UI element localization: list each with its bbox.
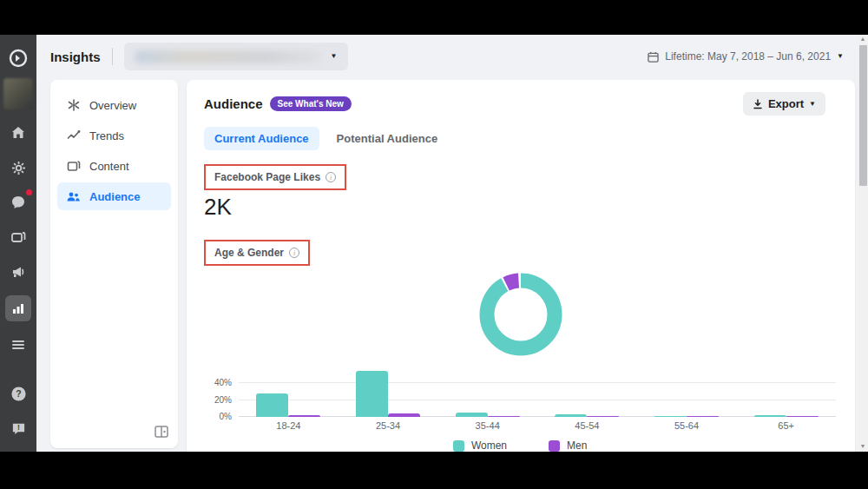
sidebar-item-overview[interactable]: Overview [57,91,171,119]
content-icon [66,159,81,174]
menu-icon[interactable] [7,334,30,356]
trends-icon [66,129,81,143]
annotation-box-age-gender: Age & Gender i [204,240,310,266]
download-icon [753,99,763,109]
x-axis-label: 35-44 [437,420,537,431]
page-likes-label: Facebook Page Likes [214,171,320,183]
page-selector-dropdown[interactable]: ▼ [124,43,348,70]
bar-group-35-44 [437,413,537,417]
redacted-page-name [135,50,322,63]
notification-dot [26,189,32,195]
bar-men-65+[interactable] [786,416,819,418]
info-icon[interactable]: i [289,248,299,258]
messages-icon[interactable] [7,191,30,214]
page-title: Audience [204,96,263,111]
page-avatar[interactable] [3,78,33,109]
legend-swatch [549,440,560,452]
bar-group-55-64 [637,416,737,418]
help-icon[interactable]: ? [7,382,30,405]
bar-women-45-54[interactable] [555,414,587,417]
business-suite-window: ? ! Insights ▼ Lifetime: May 7, 2018 – J… [0,35,868,452]
bar-group-25-34 [339,371,438,417]
x-axis-label: 65+ [736,420,836,431]
age-gender-bar-chart: 40%20%0% 18-2425-3435-4445-5455-6465+ [204,367,838,431]
x-axis-label: 45-54 [537,420,637,431]
business-suite-logo-icon[interactable] [7,47,30,69]
legend-swatch [453,440,464,452]
audience-icon [66,189,81,204]
scrollbar-thumb[interactable] [859,45,867,186]
left-rail: ? ! [0,35,36,452]
gender-donut-chart [479,273,562,356]
legend-label: Men [567,439,589,452]
megaphone-icon[interactable] [7,261,30,283]
date-range-label: Lifetime: May 7, 2018 – Jun 6, 2021 [665,50,831,63]
overview-icon [66,98,81,113]
chevron-down-icon: ▼ [331,53,338,60]
tab-current-audience[interactable]: Current Audience [204,127,319,150]
whats-new-badge[interactable]: See What's New [270,96,352,111]
bar-men-45-54[interactable] [587,416,619,418]
gear-icon[interactable] [7,156,30,179]
sidebar-item-audience[interactable]: Audience [57,182,171,210]
feedback-icon[interactable]: ! [7,417,30,439]
y-axis-tick: 20% [214,394,232,404]
insights-icon[interactable] [5,295,31,321]
chart-legend: Women92.7%Men7.1% [204,439,838,452]
y-axis-tick: 0% [220,412,232,421]
chevron-down-icon: ▼ [809,101,816,108]
divider [112,48,113,65]
donut-slice-women[interactable] [487,281,555,348]
info-icon[interactable]: i [326,172,336,182]
audience-tabs: Current Audience Potential Audience [204,127,838,150]
video-frame: ? ! Insights ▼ Lifetime: May 7, 2018 – J… [0,0,868,489]
page-likes-value: 2K [204,194,838,221]
top-bar: Insights ▼ Lifetime: May 7, 2018 – Jun 6… [36,35,858,78]
x-axis-label: 25-34 [339,420,438,431]
bar-men-55-64[interactable] [687,416,719,418]
y-axis-tick: 40% [214,378,232,387]
bar-women-55-64[interactable] [654,416,687,418]
svg-text:?: ? [16,389,21,399]
date-range-selector[interactable]: Lifetime: May 7, 2018 – Jun 6, 2021 ▼ [648,50,844,63]
bar-women-25-34[interactable] [356,371,388,417]
chevron-down-icon: ▼ [837,53,844,60]
legend-entry-men[interactable]: Men7.1% [549,439,589,452]
age-gender-label: Age & Gender [214,247,284,259]
sidebar-item-label: Audience [89,190,141,203]
audience-panel: Audience See What's New Export ▼ Current… [187,80,855,452]
sidebar-item-trends[interactable]: Trends [57,122,171,149]
export-button[interactable]: Export ▼ [743,92,825,116]
vertical-scrollbar[interactable]: ▲ ▼ [858,35,868,452]
bar-x-labels: 18-2425-3435-4445-5455-6465+ [239,420,836,431]
sidebar-item-label: Trends [89,129,124,142]
legend-label: Women [471,439,507,452]
sidebar-item-label: Content [89,160,129,173]
bar-group-18-24 [239,393,339,417]
bar-group-65+ [736,415,836,417]
app-title: Insights [50,50,101,64]
bar-men-25-34[interactable] [388,413,420,417]
bar-plot: 40%20%0% [239,367,836,417]
sidebar-item-label: Overview [89,99,136,112]
scroll-up-icon[interactable]: ▲ [860,35,866,43]
bar-women-18-24[interactable] [256,393,288,417]
posts-icon[interactable] [7,226,30,248]
x-axis-label: 55-64 [637,420,737,431]
bar-women-35-44[interactable] [456,413,488,417]
sidebar-item-content[interactable]: Content [57,152,171,180]
legend-entry-women[interactable]: Women92.7% [453,439,507,452]
annotation-box-page-likes: Facebook Page Likes i [204,164,346,190]
collapse-sidebar-icon[interactable] [154,424,169,439]
tab-potential-audience[interactable]: Potential Audience [326,127,449,150]
bar-group-45-54 [537,414,637,417]
bar-men-35-44[interactable] [488,416,520,418]
home-icon[interactable] [7,122,30,144]
svg-text:!: ! [17,423,20,432]
bar-women-65+[interactable] [754,415,786,417]
x-axis-label: 18-24 [239,420,339,431]
scroll-down-icon[interactable]: ▼ [860,442,866,451]
calendar-icon [648,51,659,63]
insights-sidebar: Overview Trends Content Audience [50,80,178,448]
bar-men-18-24[interactable] [288,415,320,417]
